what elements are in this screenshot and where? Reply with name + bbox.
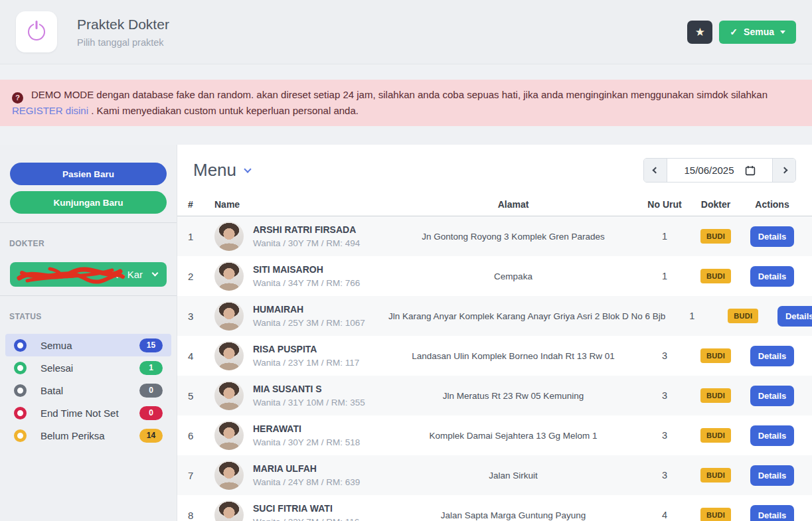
date-value: 15/06/2025 bbox=[684, 165, 734, 176]
dokter-cell: BUDI bbox=[691, 229, 740, 244]
status-ring-icon bbox=[14, 362, 27, 374]
col-header-alamat: Alamat bbox=[388, 199, 638, 210]
details-button[interactable]: Details bbox=[750, 386, 795, 406]
patient-cell: RISA PUSPITA Wanita / 23Y 1M / RM: 117 bbox=[214, 341, 388, 370]
details-button[interactable]: Details bbox=[750, 425, 795, 446]
dokter-badge: BUDI bbox=[700, 428, 731, 443]
table-header-row: # Name Alamat No Urut Dokter Actions bbox=[177, 192, 812, 216]
row-index: 7 bbox=[188, 470, 214, 481]
actions-cell: Details bbox=[740, 346, 804, 366]
patient-avatar[interactable] bbox=[214, 500, 244, 521]
status-ring-icon bbox=[14, 384, 27, 397]
status-ring-icon bbox=[14, 429, 27, 442]
status-item-label: Selesai bbox=[41, 362, 139, 374]
sidebar-divider bbox=[0, 295, 177, 296]
star-button[interactable]: ★ bbox=[687, 21, 712, 44]
table-row: 5 MIA SUSANTI S Wanita / 31Y 10M / RM: 3… bbox=[177, 376, 812, 415]
patient-cell: ARSHI RATRI FIRSADA Wanita / 30Y 7M / RM… bbox=[214, 222, 388, 251]
no-urut-cell: 4 bbox=[638, 510, 691, 520]
patient-avatar[interactable] bbox=[214, 261, 244, 291]
kunjungan-baru-button[interactable]: Kunjungan Baru bbox=[10, 191, 167, 214]
details-button[interactable]: Details bbox=[750, 266, 795, 287]
patient-avatar[interactable] bbox=[214, 341, 244, 370]
status-item[interactable]: Selesai 1 bbox=[5, 356, 171, 379]
dokter-cell: BUDI bbox=[691, 388, 740, 403]
status-count-badge: 15 bbox=[139, 338, 163, 352]
no-urut-cell: 1 bbox=[638, 271, 691, 281]
status-item[interactable]: Belum Periksa 14 bbox=[5, 424, 171, 447]
chevron-down-icon bbox=[244, 165, 251, 173]
table-row: 6 HERAWATI Wanita / 30Y 2M / RM: 518 Kom… bbox=[177, 415, 812, 455]
table-body: 1 ARSHI RATRI FIRSADA Wanita / 30Y 7M / … bbox=[177, 216, 812, 521]
banner-text-1: DEMO MODE dengan database fake dan rando… bbox=[31, 89, 768, 100]
logo-card[interactable] bbox=[16, 11, 57, 52]
actions-cell: Details bbox=[768, 306, 812, 327]
patient-avatar[interactable] bbox=[214, 381, 244, 410]
prev-date-button[interactable] bbox=[644, 159, 667, 182]
details-button[interactable]: Details bbox=[750, 505, 795, 521]
details-button[interactable]: Details bbox=[750, 465, 795, 486]
header-actions: ★ ✓ Semua bbox=[687, 21, 796, 44]
dokter-cell: BUDI bbox=[691, 468, 740, 483]
actions-cell: Details bbox=[740, 386, 804, 406]
register-link[interactable]: REGISTER bbox=[12, 105, 63, 116]
patient-meta: Wanita / 23Y 1M / RM: 117 bbox=[253, 358, 359, 368]
details-button[interactable]: Details bbox=[777, 306, 812, 327]
disini-link[interactable]: disini bbox=[66, 105, 88, 116]
patient-cell: SITI MAISAROH Wanita / 34Y 7M / RM: 766 bbox=[214, 261, 388, 291]
patient-name: RISA PUSPITA bbox=[253, 344, 359, 354]
patient-avatar[interactable] bbox=[214, 421, 244, 450]
patient-meta: Wanita / 30Y 7M / RM: 494 bbox=[253, 238, 360, 248]
filter-semua-label: Semua bbox=[744, 27, 774, 37]
patient-cell: SUCI FITRIA WATI Wanita / 23Y 7M / RM: 1… bbox=[214, 500, 388, 521]
row-index: 6 bbox=[188, 430, 214, 441]
dokter-badge: BUDI bbox=[700, 468, 731, 483]
pasien-baru-button[interactable]: Pasien Baru bbox=[10, 163, 167, 185]
table-row: 3 HUMAIRAH Wanita / 25Y 3M / RM: 1067 Jl… bbox=[177, 296, 812, 336]
patient-avatar[interactable] bbox=[214, 461, 244, 490]
table-row: 8 SUCI FITRIA WATI Wanita / 23Y 7M / RM:… bbox=[177, 495, 812, 521]
details-button[interactable]: Details bbox=[750, 346, 795, 366]
main-toolbar: Menu 15/06/2025 bbox=[177, 145, 812, 192]
alamat-cell: Jalan Sapta Marga Guntung Payung bbox=[388, 510, 638, 520]
alamat-cell: Jln Meratus Rt 23 Rw 05 Kemuning bbox=[388, 391, 638, 401]
dokter-cell: BUDI bbox=[718, 309, 768, 323]
row-index: 4 bbox=[188, 350, 214, 362]
patient-meta: Wanita / 34Y 7M / RM: 766 bbox=[253, 278, 360, 288]
patient-cell: MIA SUSANTI S Wanita / 31Y 10M / RM: 355 bbox=[214, 381, 388, 410]
table-row: 1 ARSHI RATRI FIRSADA Wanita / 30Y 7M / … bbox=[177, 216, 812, 256]
actions-cell: Details bbox=[740, 505, 804, 521]
date-input[interactable]: 15/06/2025 bbox=[667, 159, 772, 182]
status-count-badge: 1 bbox=[139, 361, 163, 375]
patient-info: SUCI FITRIA WATI Wanita / 23Y 7M / RM: 1… bbox=[253, 503, 359, 521]
chevron-down-icon bbox=[152, 270, 159, 277]
table-row: 2 SITI MAISAROH Wanita / 34Y 7M / RM: 76… bbox=[177, 256, 812, 296]
alamat-cell: Landasan Ulin Komplek Borneo Indah Rt 13… bbox=[388, 351, 638, 361]
details-button[interactable]: Details bbox=[750, 226, 795, 247]
status-item[interactable]: Batal 0 bbox=[5, 379, 171, 402]
menu-dropdown[interactable]: Menu bbox=[193, 160, 250, 181]
dokter-cell: BUDI bbox=[691, 428, 740, 443]
date-navigation: 15/06/2025 bbox=[643, 158, 796, 183]
actions-cell: Details bbox=[740, 425, 804, 446]
patient-info: RISA PUSPITA Wanita / 23Y 1M / RM: 117 bbox=[253, 344, 359, 368]
patient-info: MIA SUSANTI S Wanita / 31Y 10M / RM: 355 bbox=[253, 384, 365, 408]
dokter-badge: BUDI bbox=[700, 348, 731, 363]
status-count-badge: 0 bbox=[139, 406, 163, 420]
dokter-select[interactable]: -K - Kar bbox=[10, 262, 167, 287]
page-title: Praktek Dokter bbox=[77, 17, 169, 33]
status-ring-icon bbox=[14, 339, 27, 352]
status-item[interactable]: Semua 15 bbox=[5, 334, 171, 356]
alamat-cell: Cempaka bbox=[388, 271, 638, 281]
no-urut-cell: 3 bbox=[638, 470, 691, 481]
filter-semua-button[interactable]: ✓ Semua bbox=[719, 21, 796, 44]
status-count-badge: 0 bbox=[139, 384, 163, 398]
row-index: 8 bbox=[188, 510, 214, 521]
patient-avatar[interactable] bbox=[214, 301, 244, 331]
status-item[interactable]: End Time Not Set 0 bbox=[5, 402, 171, 424]
patient-avatar[interactable] bbox=[214, 222, 244, 251]
row-index: 5 bbox=[188, 390, 214, 402]
patient-info: HERAWATI Wanita / 30Y 2M / RM: 518 bbox=[253, 423, 360, 447]
next-date-button[interactable] bbox=[772, 159, 795, 182]
page-titles: Praktek Dokter Pilih tanggal praktek bbox=[77, 17, 169, 48]
